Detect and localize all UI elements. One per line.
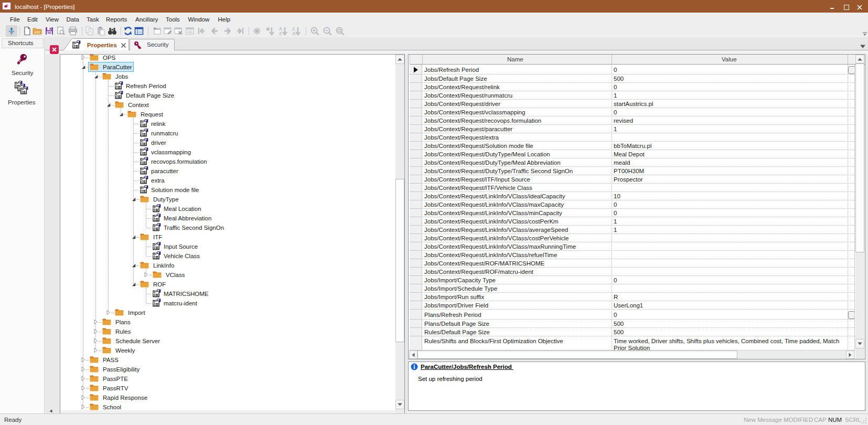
svg-text:A: A	[292, 31, 295, 36]
svg-text:Z: Z	[279, 31, 282, 36]
